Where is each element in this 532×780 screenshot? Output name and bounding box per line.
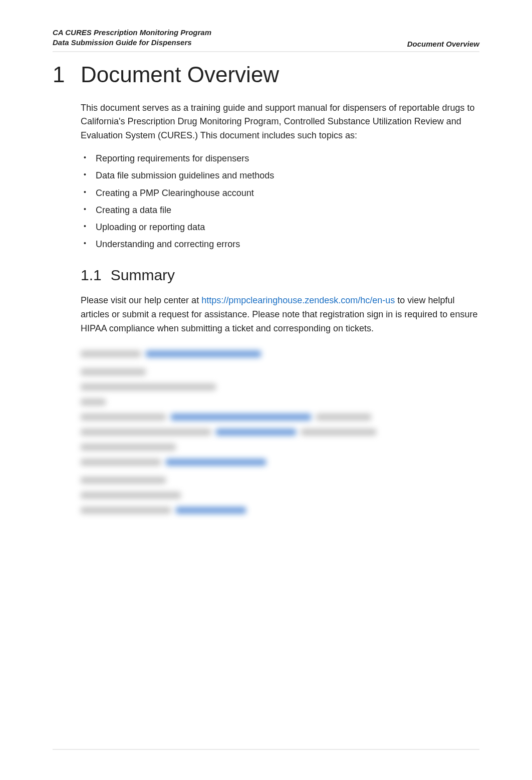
- header-left-line2: Data Submission Guide for Dispensers: [53, 38, 211, 48]
- intro-paragraph: This document serves as a training guide…: [81, 101, 479, 143]
- subsection-heading: 1.1 Summary: [81, 267, 479, 284]
- summary-paragraph: Please visit our help center at https://…: [81, 294, 479, 336]
- subsection-title: Summary: [111, 267, 175, 284]
- header-divider: [53, 51, 479, 52]
- list-item: Data file submission guidelines and meth…: [81, 167, 479, 184]
- help-center-link[interactable]: https://pmpclearinghouse.zendesk.com/hc/…: [201, 295, 395, 305]
- subsection-number: 1.1: [81, 267, 102, 284]
- section-number: 1: [53, 62, 68, 87]
- header-left: CA CURES Prescription Monitoring Program…: [53, 28, 211, 48]
- footer-divider: [53, 749, 479, 750]
- list-item: Creating a PMP Clearinghouse account: [81, 184, 479, 202]
- header-left-line1: CA CURES Prescription Monitoring Program: [53, 28, 211, 38]
- header-right: Document Overview: [407, 40, 479, 48]
- topics-list: Reporting requirements for dispensers Da…: [81, 150, 479, 253]
- section-title: Document Overview: [81, 62, 279, 87]
- summary-pre: Please visit our help center at: [81, 295, 201, 305]
- list-item: Understanding and correcting errors: [81, 236, 479, 253]
- list-item: Creating a data file: [81, 202, 479, 219]
- list-item: Reporting requirements for dispensers: [81, 150, 479, 167]
- section-heading: 1 Document Overview: [53, 62, 479, 87]
- list-item: Uploading or reporting data: [81, 219, 479, 236]
- redacted-content: [81, 349, 479, 515]
